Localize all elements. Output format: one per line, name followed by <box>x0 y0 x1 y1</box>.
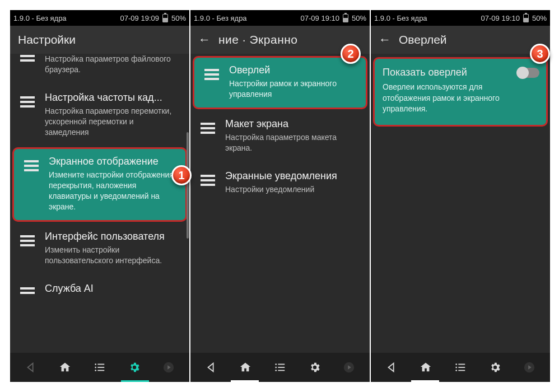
status-version: 1.9.0 - Без ядра <box>194 14 247 22</box>
nav-home-button[interactable] <box>231 353 259 382</box>
nav-settings-button[interactable] <box>120 353 148 382</box>
svg-rect-12 <box>278 370 285 371</box>
list-item-ui[interactable]: Интерфейс пользователя Изменить настройк… <box>10 223 189 275</box>
svg-rect-1 <box>97 364 104 365</box>
battery-icon <box>162 14 168 22</box>
back-arrow-icon[interactable]: ← <box>379 32 391 47</box>
nav-list-button[interactable] <box>86 353 114 382</box>
item-title: Экранные уведомления <box>225 170 356 182</box>
svg-point-16 <box>455 367 457 368</box>
list-item-notifications[interactable]: Экранные уведомления Настройки уведомлен… <box>190 162 370 204</box>
scrollbar[interactable] <box>187 54 189 353</box>
menu-icon <box>20 235 35 246</box>
nav-list-button[interactable] <box>266 353 294 382</box>
status-bar: 1.9.0 - Без ядра 07-09 19:10 50% <box>371 10 550 26</box>
menu-icon <box>24 160 39 171</box>
status-version: 1.9.0 - Без ядра <box>13 14 67 22</box>
list-item-overlay[interactable]: Оверлей Настройки рамок и экранного упра… <box>193 56 367 109</box>
overlay-detail: Показать оверлей Оверлеи используются дл… <box>371 54 550 353</box>
bottom-nav <box>371 353 550 382</box>
svg-point-18 <box>455 370 457 371</box>
list-item-ai-service[interactable]: Служба AI <box>10 275 189 297</box>
nav-list-button[interactable] <box>446 353 474 382</box>
svg-rect-5 <box>97 370 104 371</box>
status-bar: 1.9.0 - Без ядра 07-09 19:09 50% <box>10 10 189 26</box>
svg-point-0 <box>95 363 96 365</box>
battery-icon <box>523 14 529 22</box>
bottom-nav <box>190 353 370 382</box>
appbar: ← Оверлей <box>371 26 550 54</box>
status-battery: 50% <box>532 14 547 22</box>
menu-icon <box>201 175 215 186</box>
nav-forward-button[interactable] <box>515 353 543 382</box>
svg-rect-17 <box>458 367 465 368</box>
screen-title: Оверлей <box>399 33 447 46</box>
status-time: 07-09 19:09 <box>120 14 159 22</box>
svg-point-9 <box>275 367 277 368</box>
svg-point-11 <box>275 370 277 371</box>
nav-forward-button[interactable] <box>335 353 363 382</box>
nav-home-button[interactable] <box>412 353 440 382</box>
nav-home-button[interactable] <box>51 353 79 382</box>
switch-off-icon[interactable] <box>517 68 539 78</box>
settings-list[interactable]: Настройка параметров файлового браузера.… <box>10 54 189 353</box>
nav-settings-button[interactable] <box>301 353 329 382</box>
screen-title: Настройки <box>18 33 76 46</box>
svg-rect-19 <box>458 370 465 371</box>
battery-icon <box>343 14 348 22</box>
toggle-show-overlay[interactable]: Показать оверлей Оверлеи используются дл… <box>373 57 548 127</box>
nav-indicator <box>121 380 149 382</box>
item-subtitle: Настройки рамок и экранного управления <box>229 78 355 100</box>
item-title: Экранное отображение <box>49 156 174 167</box>
status-battery: 50% <box>171 14 186 22</box>
list-item-framerate[interactable]: Настройка частоты кад... Настройка парам… <box>10 84 189 147</box>
item-subtitle: Настройка параметров файлового браузера. <box>45 54 176 75</box>
nav-indicator <box>231 380 259 382</box>
screenshot-stage: { "status": { "version_left": "1.9.0 - Б… <box>0 0 559 392</box>
status-time: 07-09 19:10 <box>301 14 339 22</box>
toggle-title: Показать оверлей <box>383 67 511 78</box>
item-subtitle: Настройка параметров макета экрана. <box>225 132 356 153</box>
item-title: Интерфейс пользователя <box>45 231 176 242</box>
menu-icon <box>204 69 219 80</box>
menu-icon <box>201 123 215 134</box>
menu-icon <box>20 55 35 62</box>
item-title: Оверлей <box>229 64 355 76</box>
list-item-screen-layout[interactable]: Макет экрана Настройка параметров макета… <box>190 110 370 162</box>
item-title: Служба AI <box>45 283 176 295</box>
status-bar: 1.9.0 - Без ядра 07-09 19:10 50% <box>190 10 370 26</box>
step-badge-1: 1 <box>171 165 192 185</box>
item-subtitle: Настройка параметров перемотки, ускоренн… <box>45 106 176 138</box>
nav-indicator <box>411 380 439 382</box>
svg-point-14 <box>455 363 457 365</box>
appbar: Настройки <box>10 26 189 54</box>
bottom-nav <box>10 353 189 382</box>
item-title: Макет экрана <box>225 118 356 130</box>
list-item-onscreen-display[interactable]: Экранное отображение Измените настройки … <box>12 147 187 222</box>
nav-back-button[interactable] <box>378 353 406 382</box>
overlay-settings-list: Оверлей Настройки рамок и экранного упра… <box>190 54 370 353</box>
panel-overlay: 1.9.0 - Без ядра 07-09 19:10 50% ← Оверл… <box>371 10 550 382</box>
svg-point-4 <box>95 370 96 371</box>
list-item[interactable]: Настройка параметров файлового браузера. <box>10 54 189 84</box>
nav-back-button[interactable] <box>197 353 225 382</box>
status-version: 1.9.0 - Без ядра <box>374 14 427 22</box>
back-arrow-icon[interactable]: ← <box>198 32 211 47</box>
svg-rect-15 <box>458 364 465 365</box>
toggle-subtitle: Оверлеи используются для отображения рам… <box>383 82 511 115</box>
svg-rect-8 <box>278 364 285 365</box>
menu-icon <box>20 96 35 108</box>
status-battery: 50% <box>352 14 366 22</box>
panel-onscreen-display: 1.9.0 - Без ядра 07-09 19:10 50% ← ние ·… <box>190 10 370 382</box>
nav-forward-button[interactable] <box>155 353 183 382</box>
svg-rect-10 <box>278 367 285 368</box>
nav-back-button[interactable] <box>17 353 45 382</box>
item-subtitle: Изменить настройки пользовательского инт… <box>45 245 176 266</box>
item-subtitle: Измените настройки отображения перекрыти… <box>49 170 174 212</box>
svg-point-7 <box>275 363 277 365</box>
svg-rect-3 <box>97 367 104 368</box>
panel-settings: 1.9.0 - Без ядра 07-09 19:09 50% Настрой… <box>10 10 189 382</box>
nav-settings-button[interactable] <box>481 353 509 382</box>
step-badge-2: 2 <box>341 44 361 64</box>
menu-icon <box>20 287 35 294</box>
